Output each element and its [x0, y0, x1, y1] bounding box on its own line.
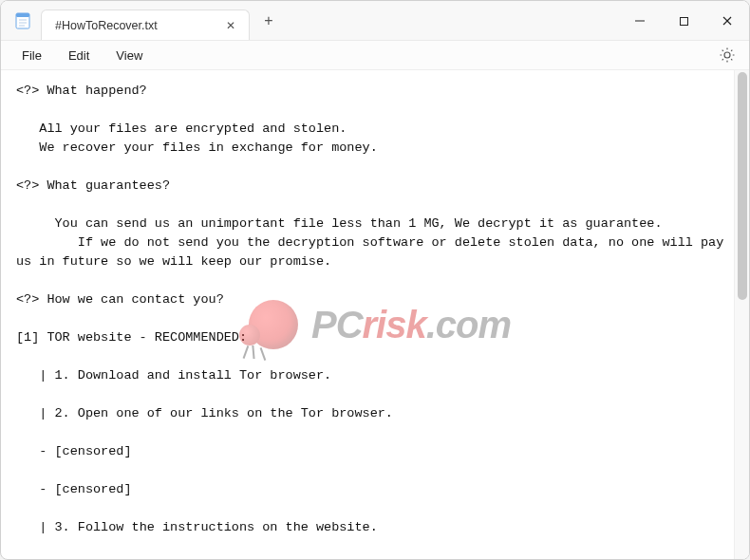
notepad-app-icon: [14, 12, 31, 29]
svg-rect-6: [680, 17, 687, 25]
tab-title: #HowToRecover.txt: [55, 19, 222, 32]
menu-view[interactable]: View: [103, 43, 156, 68]
minimize-button[interactable]: [618, 1, 662, 41]
window-controls: [618, 1, 749, 41]
file-tab[interactable]: #HowToRecover.txt ✕: [41, 9, 250, 40]
text-content[interactable]: <?> What happend? All your files are enc…: [1, 70, 734, 560]
editor-area: <?> What happend? All your files are enc…: [1, 70, 749, 560]
tab-close-icon[interactable]: ✕: [222, 17, 239, 34]
svg-rect-1: [16, 13, 29, 17]
close-button[interactable]: [705, 1, 749, 41]
menu-edit[interactable]: Edit: [55, 43, 103, 68]
scrollbar-thumb[interactable]: [738, 72, 747, 300]
notepad-window: #HowToRecover.txt ✕ + File Edit View: [0, 0, 750, 560]
menubar: File Edit View: [1, 41, 749, 70]
new-tab-button[interactable]: +: [255, 8, 282, 34]
gear-icon: [719, 47, 736, 64]
menu-file[interactable]: File: [9, 43, 55, 68]
titlebar: #HowToRecover.txt ✕ +: [1, 1, 749, 41]
maximize-button[interactable]: [662, 1, 705, 41]
vertical-scrollbar[interactable]: [734, 70, 749, 560]
settings-button[interactable]: [713, 41, 741, 69]
